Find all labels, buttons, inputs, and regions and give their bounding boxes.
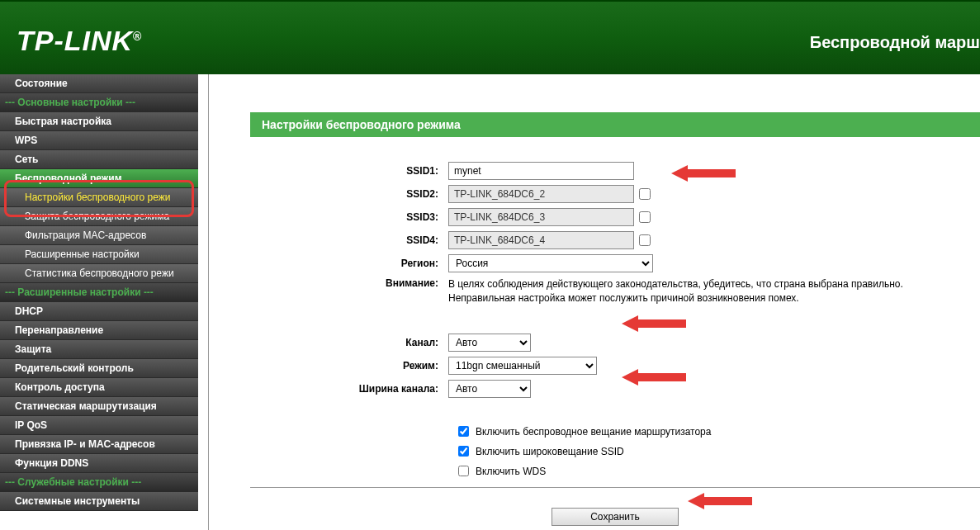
channel-label: Канал: xyxy=(250,337,448,348)
sidebar-item-4[interactable]: Сеть xyxy=(0,150,198,169)
ssid4-checkbox[interactable] xyxy=(639,234,651,246)
ssid-broadcast-label: Включить широковещание SSID xyxy=(476,446,624,457)
sidebar-item-10[interactable]: Статистика беспроводного режи xyxy=(0,264,198,283)
ssid2-label: SSID2: xyxy=(250,188,448,200)
wds-checkbox[interactable] xyxy=(458,466,469,476)
sidebar-item-1: --- Основные настройки --- xyxy=(0,93,198,112)
sidebar-item-18[interactable]: IP QoS xyxy=(0,416,198,435)
sidebar-item-14[interactable]: Защита xyxy=(0,340,198,359)
sidebar-item-22[interactable]: Системные инструменты xyxy=(0,492,198,511)
sidebar-item-16[interactable]: Контроль доступа xyxy=(0,378,198,397)
mode-select[interactable]: 11bgn смешанный xyxy=(448,357,597,375)
logo: TP-LINK® xyxy=(17,25,142,57)
sidebar-item-12[interactable]: DHCP xyxy=(0,302,198,321)
region-select[interactable]: Россия xyxy=(448,254,653,272)
sidebar-item-8[interactable]: Фильтрация MAC-адресов xyxy=(0,226,198,245)
sidebar-item-6[interactable]: Настройки беспроводного режи xyxy=(0,188,198,207)
save-button[interactable]: Сохранить xyxy=(552,508,679,526)
warning-text: В целях соблюдения действующего законода… xyxy=(448,277,927,305)
sidebar-item-21: --- Служебные настройки --- xyxy=(0,473,198,492)
ssid1-input[interactable] xyxy=(448,162,634,180)
ssid1-label: SSID1: xyxy=(250,165,448,177)
wireless-broadcast-checkbox[interactable] xyxy=(458,426,469,437)
header: TP-LINK® Беспроводной марш xyxy=(0,0,980,74)
ssid3-checkbox[interactable] xyxy=(639,211,651,223)
width-select[interactable]: Авто xyxy=(448,380,531,398)
sidebar-item-17[interactable]: Статическая маршрутизация xyxy=(0,397,198,416)
sidebar-item-7[interactable]: Защита беспроводного режима xyxy=(0,207,198,226)
warning-label: Внимание: xyxy=(250,277,448,289)
sidebar-item-11: --- Расширенные настройки --- xyxy=(0,283,198,302)
header-title: Беспроводной марш xyxy=(810,33,980,52)
sidebar-item-20[interactable]: Функция DDNS xyxy=(0,454,198,473)
ssid4-label: SSID4: xyxy=(250,234,448,246)
ssid3-label: SSID3: xyxy=(250,211,448,223)
sidebar-item-19[interactable]: Привязка IP- и MAC-адресов xyxy=(0,435,198,454)
width-label: Ширина канала: xyxy=(250,383,448,395)
panel-title: Настройки беспроводного режима xyxy=(250,112,980,137)
sidebar-item-2[interactable]: Быстрая настройка xyxy=(0,112,198,131)
arrow-annotation-icon xyxy=(688,491,754,511)
sidebar-item-13[interactable]: Перенаправление xyxy=(0,321,198,340)
sidebar-item-9[interactable]: Расширенные настройки xyxy=(0,245,198,264)
sidebar-item-3[interactable]: WPS xyxy=(0,131,198,150)
channel-select[interactable]: Авто xyxy=(448,334,531,352)
ssid2-input[interactable] xyxy=(448,185,634,203)
ssid-broadcast-checkbox[interactable] xyxy=(458,446,469,457)
content-area: Настройки беспроводного режима SSID1: SS… xyxy=(198,74,980,530)
sidebar-item-0[interactable]: Состояние xyxy=(0,74,198,93)
sidebar-item-5[interactable]: Беспроводной режим xyxy=(0,169,198,188)
sidebar-item-15[interactable]: Родительский контроль xyxy=(0,359,198,378)
wireless-broadcast-label: Включить беспроводное вещание маршрутиза… xyxy=(476,426,711,438)
ssid3-input[interactable] xyxy=(448,208,634,226)
ssid2-checkbox[interactable] xyxy=(639,188,651,200)
region-label: Регион: xyxy=(250,258,448,269)
sidebar: Состояние--- Основные настройки ---Быстр… xyxy=(0,74,198,530)
svg-marker-3 xyxy=(688,493,752,509)
ssid4-input[interactable] xyxy=(448,231,634,249)
wds-label: Включить WDS xyxy=(476,466,546,477)
mode-label: Режим: xyxy=(250,360,448,371)
